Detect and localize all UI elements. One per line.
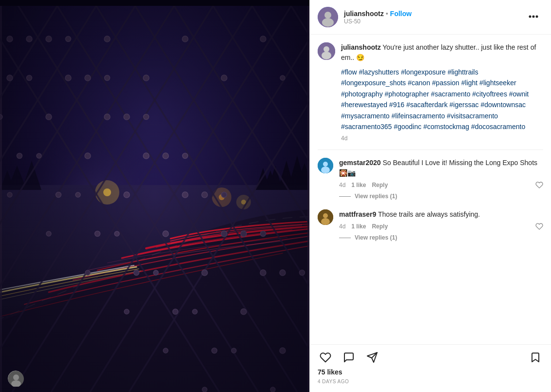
svg-point-114: [323, 46, 329, 52]
gemstar-comment-likes: 1 like: [351, 182, 366, 188]
svg-point-121: [321, 218, 330, 225]
matt-comment-body: mattfraser9 Those trails are always sati…: [339, 209, 543, 241]
matt-comment-time: 4d: [339, 223, 345, 230]
share-icon: [366, 352, 378, 363]
svg-point-108: [324, 12, 331, 19]
heart-icon: [320, 352, 331, 363]
matt-avatar[interactable]: [318, 209, 333, 225]
gemstar-reply-button[interactable]: Reply: [372, 182, 388, 188]
svg-rect-102: [0, 0, 309, 392]
gemstar-comment-meta: 4d 1 like Reply: [339, 181, 543, 189]
gemstar-username[interactable]: gemstar2020: [339, 159, 381, 167]
bottom-user-avatar[interactable]: [8, 371, 23, 386]
original-author-avatar[interactable]: [318, 42, 335, 60]
matt-comment-likes: 1 like: [351, 223, 366, 230]
gemstar-comment-time: 4d: [339, 182, 345, 188]
original-post-body: julianshootz You're just another lazy sh…: [341, 42, 543, 142]
original-post-username[interactable]: julianshootz: [341, 43, 381, 51]
comment-item: gemstar2020 So Beautiful I Love it! Miss…: [318, 158, 543, 200]
actions-bar: 75 likes 4 DAYS AGO: [310, 344, 551, 392]
comment-divider: [318, 149, 543, 150]
matt-comment-content: Those trails are always satisfying.: [378, 210, 480, 218]
matt-comment-text: mattfraser9 Those trails are always sati…: [339, 209, 543, 220]
svg-point-109: [322, 18, 334, 27]
svg-point-110: [530, 16, 531, 17]
original-post-meta: 4d: [341, 135, 543, 142]
comment-icon: [343, 352, 355, 363]
follow-button[interactable]: Follow: [390, 10, 412, 18]
share-button[interactable]: [364, 350, 380, 365]
gemstar-comment-text: gemstar2020 So Beautiful I Love it! Miss…: [339, 158, 543, 178]
svg-point-112: [536, 16, 538, 17]
post-author-avatar[interactable]: [318, 7, 338, 27]
like-button[interactable]: [318, 350, 333, 365]
more-options-button[interactable]: [524, 9, 543, 26]
view-replies-line-2: [339, 238, 351, 238]
gemstar-avatar[interactable]: [318, 158, 333, 173]
action-icons: [318, 350, 543, 365]
matt-view-replies-text[interactable]: View replies (1): [355, 234, 397, 241]
matt-username[interactable]: mattfraser9: [339, 210, 376, 218]
original-post-time: 4d: [341, 135, 347, 142]
svg-point-105: [13, 374, 19, 380]
gemstar-view-replies-text[interactable]: View replies (1): [355, 193, 397, 200]
post-date: 4 DAYS AGO: [318, 379, 543, 388]
matt-reply-button[interactable]: Reply: [372, 223, 388, 230]
hashtags: #flow #lazyshutters #longexposure #light…: [341, 67, 543, 132]
gemstar-heart-icon[interactable]: [535, 181, 543, 189]
photo-panel: [0, 0, 309, 392]
comments-area: julianshootz You're just another lazy sh…: [310, 35, 551, 344]
original-post-comment: julianshootz You're just another lazy sh…: [318, 42, 543, 142]
matt-heart-icon[interactable]: [535, 223, 543, 230]
matt-comment-meta: 4d 1 like Reply: [339, 223, 543, 230]
original-post-text: julianshootz You're just another lazy sh…: [341, 42, 543, 63]
comment-item: mattfraser9 Those trails are always sati…: [318, 209, 543, 241]
svg-point-117: [323, 162, 328, 167]
bookmark-icon: [530, 352, 541, 363]
likes-count: 75 likes: [318, 365, 543, 379]
post-header: julianshootz • Follow US-50: [310, 0, 551, 35]
header-subtitle: US-50: [344, 18, 524, 25]
header-user-info: julianshootz • Follow US-50: [344, 10, 524, 25]
header-dot: •: [386, 10, 388, 18]
svg-point-115: [322, 52, 331, 59]
comment-button[interactable]: [341, 350, 357, 365]
svg-rect-103: [0, 0, 309, 6]
svg-point-118: [321, 167, 330, 173]
view-replies-line: [339, 196, 351, 197]
svg-point-120: [323, 213, 328, 218]
info-panel: julianshootz • Follow US-50: [309, 0, 551, 392]
bookmark-button[interactable]: [528, 350, 543, 365]
gemstar-view-replies[interactable]: View replies (1): [339, 193, 543, 200]
matt-view-replies[interactable]: View replies (1): [339, 234, 543, 241]
header-username[interactable]: julianshootz: [344, 10, 384, 18]
svg-point-111: [533, 16, 534, 17]
gemstar-comment-body: gemstar2020 So Beautiful I Love it! Miss…: [339, 158, 543, 200]
